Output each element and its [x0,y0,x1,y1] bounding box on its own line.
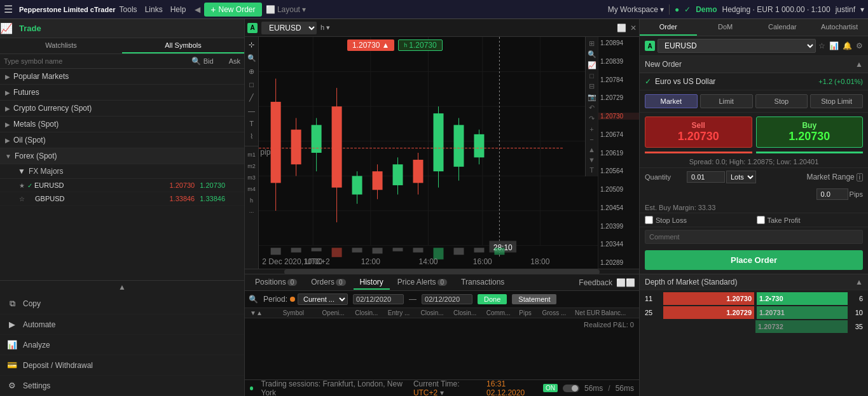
template-icon[interactable]: ⊟ [587,82,596,90]
statement-button[interactable]: Statement [512,294,556,304]
quantity-input[interactable] [687,171,725,183]
copy-nav-item[interactable]: ⧉ Copy [0,293,244,315]
watchlists-tab[interactable]: Watchlists [0,38,122,53]
m2-btn[interactable]: m2 [246,162,257,171]
expand-panel-icon[interactable]: ⬜⬜ [616,278,635,287]
orders-tab[interactable]: Orders0 [305,276,352,290]
tools-menu-item[interactable]: Tools [120,5,137,14]
zoom-in-tool[interactable]: 🔍 [246,53,258,64]
gbpusd-symbol-row[interactable]: ☆ GBPUSD 1.33846 1.33846 [0,192,244,206]
layout-button[interactable]: ⬜ Layout ▾ [266,5,307,14]
chart-expand-icon[interactable]: ⬜ [617,24,626,32]
crosshair-tool[interactable]: ⊕ [247,66,256,77]
screenshot-icon[interactable]: 📷 [587,93,596,101]
done-button[interactable]: Done [478,294,507,304]
new-order-button[interactable]: New Order [204,3,261,17]
cursor-tool[interactable]: ⊹ [247,39,256,50]
forex-category[interactable]: ▼ Forex (Spot) [0,148,244,164]
feedback-label[interactable]: Feedback [579,278,612,287]
analyze-nav-item[interactable]: 📊 Analyze [0,335,244,355]
futures-category[interactable]: ▶ Futures [0,85,244,101]
minus-icon[interactable]: − [587,136,596,143]
settings-icon[interactable]: ⚙ [856,41,863,50]
place-order-button[interactable]: Place Order [645,250,863,270]
oil-category[interactable]: ▶ Oil (Spot) [0,132,244,148]
redo-icon[interactable]: ↷ [587,115,596,123]
horizontal-line-tool[interactable]: — [247,106,256,116]
text-tool[interactable]: T [248,118,255,129]
workspace-button[interactable]: My Workspace ▾ [608,5,664,14]
dom-buy-bar-2[interactable]: 1.20731 [757,306,848,319]
period-select[interactable]: Current ... [298,293,348,305]
dom-buy-bar-3[interactable]: 1.20732 [755,320,848,333]
dom-tab[interactable]: DoM [697,19,754,36]
sell-button[interactable]: Sell 1.20730 [645,117,752,148]
up-icon[interactable]: ▲ [587,146,596,153]
chart-close-icon[interactable]: ✕ [630,24,637,32]
transactions-tab[interactable]: Transactions [455,276,511,290]
trend-line-tool[interactable]: ╱ [248,92,255,103]
dom-collapse-icon[interactable]: ▲ [855,278,863,286]
positions-tab[interactable]: Positions0 [249,276,303,290]
dom-buy-bar-1[interactable]: 1.2▪730 [757,292,848,305]
links-menu-item[interactable]: Links [145,5,163,14]
indicators-icon[interactable]: 📈 [587,61,596,69]
all-symbols-tab[interactable]: All Symbols [122,38,244,53]
metals-category[interactable]: ▶ Metals (Spot) [0,117,244,132]
zoom-icon[interactable]: 🔍 [587,50,596,59]
bell-icon[interactable]: 🔔 [843,41,852,50]
dom-sell-bar-1[interactable]: 1.20730 [663,292,754,305]
fx-majors-subcategory[interactable]: ▼ FX Majors [0,164,244,179]
price-alerts-tab[interactable]: Price Alerts0 [391,276,453,290]
search-icon[interactable]: 🔍 [249,295,258,304]
history-tab[interactable]: History [354,276,390,290]
chart-icon[interactable]: 📊 [829,41,839,50]
search-input[interactable] [4,57,189,65]
date-to-input[interactable] [422,294,472,304]
fibonacci-tool[interactable]: ⌇ [249,131,254,142]
object-tool[interactable]: □ [248,80,255,90]
collapse-icon[interactable]: ▲ [855,60,863,69]
timezone-label[interactable]: Current Time: UTC+2 ▾ [413,379,481,397]
m4-btn[interactable]: m4 [246,185,257,194]
deposit-nav-item[interactable]: 💳 Deposit / Withdrawal [0,355,244,376]
toggle-slider[interactable] [563,385,579,392]
eurusd-symbol-row[interactable]: ★ ✓ EURUSD 1.20730 1.20730 [0,179,244,192]
dom-sell-bar-2[interactable]: 1.20729 [663,306,754,319]
take-profit-checkbox[interactable] [757,216,765,224]
plus-icon[interactable]: + [587,125,596,133]
account-dropdown-icon[interactable]: ▾ [860,5,864,14]
crypto-category[interactable]: ▶ Crypto Currency (Spot) [0,101,244,117]
objects-icon[interactable]: □ [587,72,596,80]
grid-icon[interactable]: ⊞ [587,39,596,48]
chart-scrollbar[interactable] [245,269,639,274]
automate-nav-item[interactable]: ▶ Automate [0,315,244,335]
h-btn[interactable]: h [249,196,254,205]
chart-timeframe[interactable]: h ▾ [320,24,330,32]
stop-order-btn[interactable]: Stop [755,94,808,108]
text-tool-icon[interactable]: T [587,166,596,174]
pips-input[interactable] [816,188,848,200]
down-icon[interactable]: ▼ [587,156,596,164]
market-order-btn[interactable]: Market [645,94,698,108]
hamburger-icon[interactable]: ☰ [4,3,13,15]
on-toggle[interactable]: ON [543,384,558,392]
date-from-input[interactable] [353,294,404,304]
help-menu-item[interactable]: Help [170,5,186,14]
stop-loss-checkbox[interactable] [645,216,653,224]
popular-markets-category[interactable]: ▶ Popular Markets [0,69,244,85]
comment-input[interactable] [645,230,863,244]
dots-btn[interactable]: ··· [248,208,256,216]
limit-order-btn[interactable]: Limit [700,94,753,108]
chart-symbol-select[interactable]: EURUSD [261,22,317,34]
m1-btn[interactable]: m1 [246,150,257,159]
calendar-tab[interactable]: Calendar [754,19,811,36]
right-symbol-select[interactable]: EURUSD [658,39,816,53]
autochartist-tab[interactable]: Autochartist [811,19,868,36]
undo-icon[interactable]: ↶ [587,104,596,112]
star-icon[interactable]: ☆ [818,41,825,50]
scroll-up-button[interactable]: ▲ [0,281,244,293]
order-tab[interactable]: Order [640,19,697,36]
m3-btn[interactable]: m3 [246,173,257,182]
settings-nav-item[interactable]: ⚙ Settings [0,376,244,396]
